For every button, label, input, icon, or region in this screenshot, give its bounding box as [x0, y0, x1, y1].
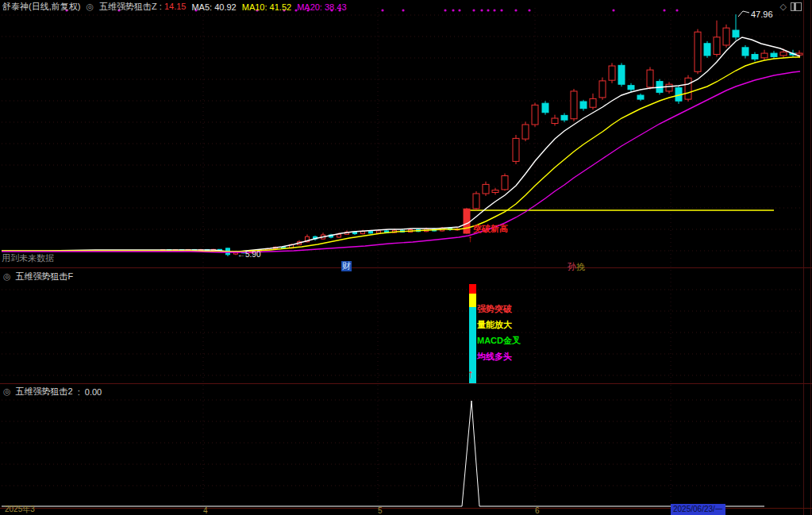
buy-arrow-icon: ↑: [468, 370, 474, 378]
signal-label-ma-bull: 均线多头: [477, 351, 512, 363]
ma10-readout: MA10: 41.52: [242, 2, 291, 12]
high-price-label: 47.96: [751, 10, 773, 19]
chart-header: 舒泰神(日线,前复权) ◎ 五维强势狙击Z : 14.15 MA5: 40.92…: [2, 1, 347, 13]
indicator-selector-icon[interactable]: ◎: [86, 2, 94, 12]
split-panel-icon[interactable]: [791, 2, 802, 11]
axis-month-label: 2025年3: [5, 504, 35, 515]
panel-f-selector-icon[interactable]: ◎: [3, 271, 11, 282]
chart-toolbar: ◇: [780, 2, 802, 12]
panel-divider-1[interactable]: [0, 267, 812, 268]
watermark-char-1: 孙: [568, 262, 576, 271]
stock-chart-app: 舒泰神(日线,前复权) ◎ 五维强势狙击Z : 14.15 MA5: 40.92…: [0, 0, 812, 515]
panel-2-title-row: ◎ 五维强势狙击2 : 0.00: [3, 386, 102, 398]
right-edge-line: [810, 0, 811, 515]
axis-month-label: 6: [535, 506, 540, 515]
indicator-separator: :: [160, 2, 162, 11]
watermark-username: 孙挽: [568, 261, 585, 273]
ma20-readout: MA20: 38.43: [297, 2, 346, 12]
panel-f-title-row: ◎ 五维强势狙击F: [3, 271, 73, 282]
right-border-line: [803, 0, 804, 515]
panel-divider-2[interactable]: [0, 383, 812, 384]
panel-2-separator: :: [78, 387, 80, 397]
panel-2-selector-icon[interactable]: ◎: [3, 386, 11, 397]
signal-label-macd: MACD金叉: [477, 335, 521, 347]
axis-month-label: 5: [378, 506, 383, 515]
breakout-signal-label: 突破新高: [473, 223, 508, 235]
indicator-name: 五维强势狙击Z: [99, 2, 157, 11]
watermark-cai: 财: [341, 261, 352, 271]
signal-label-volume: 量能放大: [477, 319, 512, 331]
axis-month-label: 4: [203, 506, 208, 515]
panel-2-value: 0.00: [85, 387, 102, 397]
future-data-note: 用到未来数据: [2, 252, 54, 264]
signal-label-breakout: 强势突破: [477, 303, 512, 315]
main-indicator-readout: 五维强势狙击Z : 14.15: [99, 1, 186, 13]
watermark-char-2: 挽: [576, 262, 585, 271]
low-price-label: ←5.90: [237, 250, 260, 259]
chart-canvas[interactable]: [0, 0, 812, 515]
panel-2-title: 五维强势狙击2: [16, 386, 73, 398]
breakout-up-arrow-icon: ↑: [468, 235, 472, 243]
indicator-value: 14.15: [164, 2, 187, 11]
selected-date-label: 2025/06/23/一: [671, 504, 725, 515]
ma5-readout: MA5: 40.92: [191, 2, 236, 12]
panel-f-title: 五维强势狙击F: [16, 271, 74, 282]
stock-title: 舒泰神(日线,前复权): [2, 1, 80, 13]
diamond-icon[interactable]: ◇: [780, 2, 787, 12]
